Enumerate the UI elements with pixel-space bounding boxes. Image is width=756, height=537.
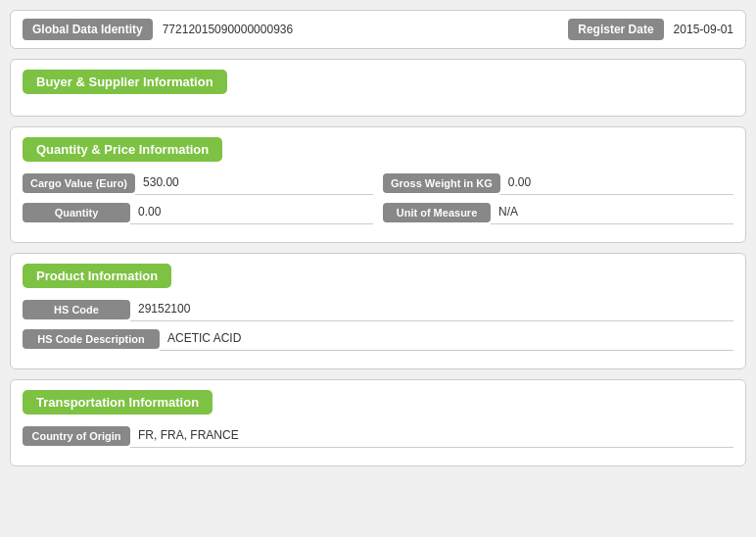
hs-code-label: HS Code xyxy=(23,300,130,319)
hs-desc-value: ACETIC ACID xyxy=(160,327,733,351)
hs-code-row: HS Code 29152100 xyxy=(23,298,733,321)
transportation-section: Transportation Information Country of Or… xyxy=(10,379,746,466)
quantity-value: 0.00 xyxy=(130,201,373,224)
hs-desc-row: HS Code Description ACETIC ACID xyxy=(23,327,733,351)
buyer-supplier-header: Buyer & Supplier Information xyxy=(23,70,227,94)
page-wrapper: Global Data Identity 7721201509000000093… xyxy=(10,10,746,466)
uom-group: Unit of Measure N/A xyxy=(383,201,733,224)
gross-weight-label: Gross Weight in KG xyxy=(383,173,500,193)
cargo-value-label: Cargo Value (Euro) xyxy=(23,173,135,193)
register-date-value: 2015-09-01 xyxy=(674,23,733,36)
product-header: Product Information xyxy=(23,264,171,288)
uom-label: Unit of Measure xyxy=(383,203,491,222)
buyer-supplier-section: Buyer & Supplier Information xyxy=(10,59,746,117)
country-origin-value: FR, FRA, FRANCE xyxy=(130,424,733,448)
global-data-value: 77212015090000000936 xyxy=(163,23,559,36)
register-date-label: Register Date xyxy=(568,19,663,40)
quantity-price-header: Quantity & Price Information xyxy=(23,137,222,162)
uom-value: N/A xyxy=(491,201,733,224)
cargo-value-group: Cargo Value (Euro) 530.00 xyxy=(23,171,373,195)
quantity-price-section: Quantity & Price Information Cargo Value… xyxy=(10,126,746,243)
gross-weight-group: Gross Weight in KG 0.00 xyxy=(383,171,733,195)
quantity-uom-row: Quantity 0.00 Unit of Measure N/A xyxy=(23,201,733,224)
country-origin-row: Country of Origin FR, FRA, FRANCE xyxy=(23,424,733,448)
quantity-label: Quantity xyxy=(23,203,130,222)
cargo-gross-row: Cargo Value (Euro) 530.00 Gross Weight i… xyxy=(23,171,733,195)
gross-weight-value: 0.00 xyxy=(500,171,733,195)
hs-code-group: HS Code 29152100 xyxy=(23,298,733,321)
country-origin-label: Country of Origin xyxy=(23,426,130,446)
global-data-label: Global Data Identity xyxy=(23,19,153,40)
hs-code-value: 29152100 xyxy=(130,298,733,321)
hs-desc-group: HS Code Description ACETIC ACID xyxy=(23,327,733,351)
quantity-group: Quantity 0.00 xyxy=(23,201,373,224)
transportation-header: Transportation Information xyxy=(23,390,213,415)
product-section: Product Information HS Code 29152100 HS … xyxy=(10,253,746,369)
identity-row: Global Data Identity 7721201509000000093… xyxy=(10,10,746,49)
cargo-value: 530.00 xyxy=(135,171,373,195)
country-origin-group: Country of Origin FR, FRA, FRANCE xyxy=(23,424,733,448)
hs-desc-label: HS Code Description xyxy=(23,329,160,349)
